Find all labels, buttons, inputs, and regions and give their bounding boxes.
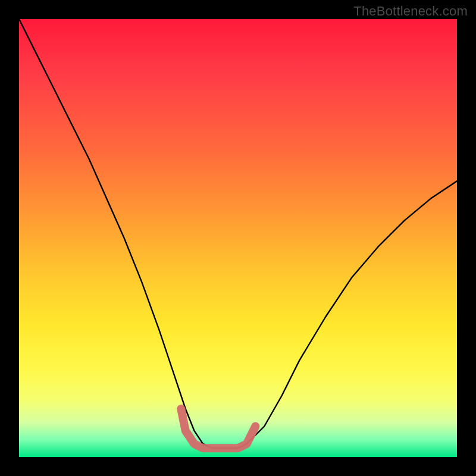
plot-area [19,19,457,457]
chart-frame: TheBottleneck.com [0,0,476,476]
bottleneck-curve [19,19,457,448]
attribution-text: TheBottleneck.com [353,4,468,19]
optimal-zone-highlight [181,409,255,448]
curve-layer [19,19,457,457]
